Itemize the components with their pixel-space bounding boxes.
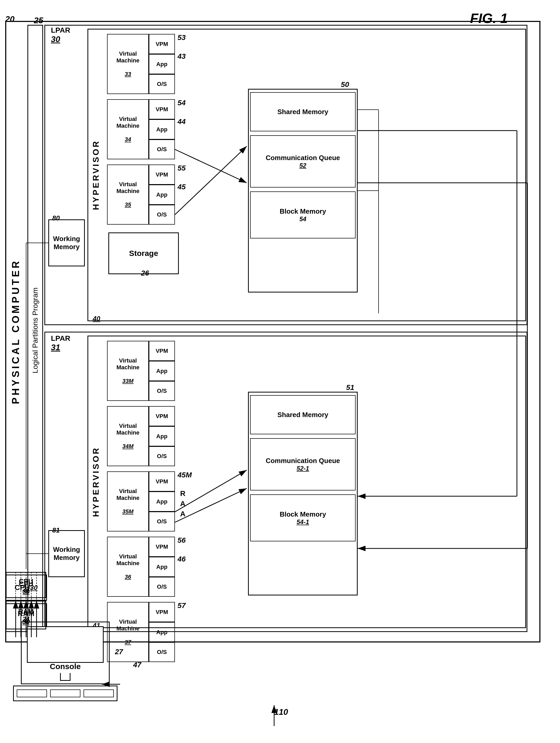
vm33-vpm: VPM bbox=[149, 34, 175, 54]
monitor-stand bbox=[60, 673, 71, 681]
vm33m-vpm: VPM bbox=[149, 341, 175, 361]
logical-partitions-label: Logical Partitions Program bbox=[28, 25, 43, 636]
lpar30-label: LPAR 30 bbox=[51, 26, 70, 44]
vm34-os: O/S bbox=[149, 139, 175, 159]
cpu23-box: CPU 23 bbox=[6, 572, 46, 598]
vm34-vpm: VPM bbox=[149, 99, 175, 119]
console-box: Console bbox=[21, 621, 110, 684]
working-memory-80: Working Memory bbox=[48, 219, 85, 266]
ref-47: 47 bbox=[133, 661, 141, 669]
shared-memory-51-label: Shared Memory bbox=[250, 395, 356, 434]
vm35m-label: Virtual Machine 35M bbox=[107, 471, 149, 531]
ref-26: 26 bbox=[141, 269, 149, 277]
ref-57: 57 bbox=[178, 602, 186, 610]
vm37-vpm: VPM bbox=[149, 602, 175, 622]
vm37-app: App bbox=[149, 622, 175, 642]
vm34m-app: App bbox=[149, 426, 175, 446]
keyboard bbox=[13, 686, 118, 701]
hypervisor41-label: HYPERVISOR bbox=[89, 337, 103, 627]
shared-memory-51: 51 Shared Memory Communication Queue 52-… bbox=[248, 392, 358, 596]
vm35m-app: App bbox=[149, 491, 175, 512]
block-memory-51: Block Memory 54-1 bbox=[250, 494, 356, 541]
key-group-1 bbox=[17, 690, 47, 698]
ref-55: 55 bbox=[178, 164, 186, 172]
vm36-vpm: VPM bbox=[149, 537, 175, 557]
ref-45m: 45M bbox=[178, 471, 192, 479]
page: FIG. 1 20 25 PHYSICAL COMPUTER Logical P… bbox=[0, 0, 560, 743]
vm36-app: App bbox=[149, 557, 175, 577]
ref-44: 44 bbox=[178, 118, 186, 126]
vm34m-vpm: VPM bbox=[149, 406, 175, 426]
ref-54: 54 bbox=[178, 99, 186, 107]
vm35m-vpm: VPM bbox=[149, 471, 175, 491]
ref-80: 80 bbox=[52, 214, 60, 222]
ref-50: 50 bbox=[341, 80, 349, 89]
vm33m-app: App bbox=[149, 361, 175, 381]
vm35-os: O/S bbox=[149, 205, 175, 225]
vm37-os: O/S bbox=[149, 642, 175, 662]
ref-51: 51 bbox=[346, 383, 354, 392]
vm33m-os: O/S bbox=[149, 381, 175, 401]
vm34m-label: Virtual Machine 34M bbox=[107, 406, 149, 466]
key-group-2 bbox=[50, 690, 80, 698]
vm34m-os: O/S bbox=[149, 446, 175, 466]
shared-memory-50-label: Shared Memory bbox=[250, 92, 356, 131]
comm-queue-50: Communication Queue 52 bbox=[250, 135, 356, 187]
working-memory-81: Working Memory bbox=[48, 530, 85, 577]
hypervisor40-label: HYPERVISOR bbox=[89, 30, 103, 320]
vm36-os: O/S bbox=[149, 577, 175, 597]
storage-box: Storage bbox=[108, 232, 179, 274]
vm35-app: App bbox=[149, 185, 175, 205]
physical-computer-label: PHYSICAL COMPUTER bbox=[5, 21, 26, 643]
lpar31-label: LPAR 31 bbox=[51, 334, 70, 352]
vm34-label: Virtual Machine 34 bbox=[107, 99, 149, 159]
ref-53: 53 bbox=[178, 34, 186, 42]
vm35-vpm: VPM bbox=[149, 165, 175, 185]
comm-queue-51: Communication Queue 52-1 bbox=[250, 438, 356, 490]
ref-45: 45 bbox=[178, 183, 186, 191]
vm35-label: Virtual Machine 35 bbox=[107, 165, 149, 225]
ref-43: 43 bbox=[178, 52, 186, 60]
vm33-label: Virtual Machine 33 bbox=[107, 34, 149, 94]
block-memory-50: Block Memory 54 bbox=[250, 191, 356, 238]
ref-81: 81 bbox=[52, 526, 60, 534]
ram24-box: RAM 24 bbox=[6, 601, 46, 629]
vm36-label: Virtual Machine 36 bbox=[107, 537, 149, 597]
vm33m-label: Virtual Machine 33M bbox=[107, 341, 149, 401]
vm33-app: App bbox=[149, 54, 175, 74]
ref-40: 40 bbox=[93, 315, 100, 323]
ref-27: 27 bbox=[115, 648, 123, 656]
ref-110: 110 bbox=[274, 707, 288, 717]
ref-56: 56 bbox=[178, 536, 186, 544]
raa-label: R A A bbox=[180, 488, 185, 519]
vm33-os: O/S bbox=[149, 74, 175, 94]
shared-memory-50: 50 Shared Memory Communication Queue 52 … bbox=[248, 89, 358, 293]
vm34-app: App bbox=[149, 119, 175, 139]
monitor-screen bbox=[27, 626, 104, 663]
ref-46: 46 bbox=[178, 555, 186, 563]
console-area: Console 27 bbox=[21, 621, 125, 701]
console-label: Console bbox=[50, 662, 81, 671]
key-group-3 bbox=[84, 690, 113, 698]
vm35m-os: O/S bbox=[149, 512, 175, 531]
